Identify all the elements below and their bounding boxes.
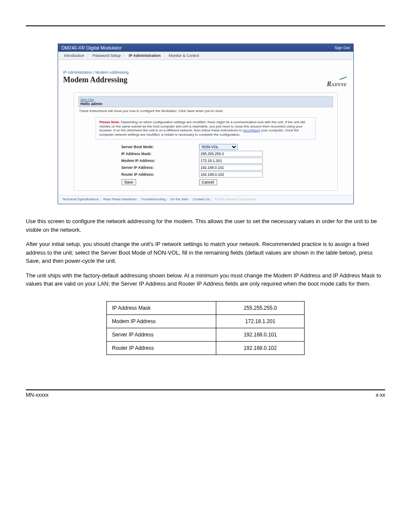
warning-note: Please Note: Depending on which configur…: [96, 117, 316, 140]
note-label: Please Note:: [100, 120, 120, 124]
reconfigure-link[interactable]: reconfigure: [243, 128, 260, 132]
embedded-screenshot: DM240-XR Digital Modulator Sign Out Intr…: [58, 44, 354, 204]
cell-label: IP Address Mask: [107, 301, 216, 314]
hello-bar: Sign Out Hello admin: [78, 96, 333, 107]
label-server-boot-mode: Server Boot Mode:: [121, 145, 199, 149]
cell-label: Modem IP Address: [107, 314, 216, 328]
app-titlebar: DM240-XR Digital Modulator Sign Out: [58, 44, 353, 52]
footer-troubleshooting[interactable]: Troubleshooting: [141, 197, 165, 201]
select-server-boot-mode[interactable]: NON-VOL: [199, 144, 238, 150]
footer-left: MN-xxxxx: [26, 392, 49, 398]
label-modem-ip: Modem IP Address:: [121, 159, 199, 163]
cell-label: Router IP Address: [107, 341, 216, 355]
input-ip-mask[interactable]: [199, 151, 263, 157]
footer-copyright: ©2006 Radyne Corporation: [214, 197, 256, 201]
footer-on-web[interactable]: On the Web: [170, 197, 189, 201]
signout-link[interactable]: Sign Out: [81, 98, 94, 102]
app-footer-links: Technical Specifications| Rear Panel Int…: [58, 195, 353, 204]
cancel-button[interactable]: Cancel: [199, 179, 217, 185]
brand-logo: RADYNE: [327, 80, 348, 88]
app-title: DM240-XR Digital Modulator: [62, 45, 122, 50]
table-row: Modem IP Address 172.18.1.201: [107, 314, 305, 328]
body-para-3: The unit ships with the factory-default …: [26, 271, 385, 288]
breadcrumb[interactable]: IP Administration / Modem Addressing: [63, 70, 129, 75]
tab-password-setup[interactable]: Password Setup: [90, 53, 123, 59]
footer-right: x-xx: [376, 392, 385, 398]
signout-link-top[interactable]: Sign Out: [334, 46, 349, 50]
table-row: IP Address Mask 255.255.255.0: [107, 301, 305, 314]
input-router-ip[interactable]: [199, 171, 263, 177]
defaults-table: IP Address Mask 255.255.255.0 Modem IP A…: [106, 301, 305, 355]
body-para-2: After your initial setup, you should cha…: [26, 240, 385, 265]
greeting-text: Hello admin: [81, 102, 103, 106]
config-panel: Sign Out Hello admin These instructions …: [74, 92, 338, 191]
tab-bar: Introduction| Password Setup| IP Adminis…: [58, 52, 353, 60]
tab-ip-administration[interactable]: IP Administration: [126, 53, 163, 59]
input-modem-ip[interactable]: [199, 158, 263, 164]
page-footer: MN-xxxxx x-xx: [26, 389, 385, 398]
tab-monitor-control[interactable]: Monitor & Control: [166, 53, 202, 59]
instructions-text: These instructions will show you how to …: [78, 107, 333, 115]
body-para-1: Use this screen to configure the network…: [26, 217, 385, 234]
label-ip-mask: IP Address Mask:: [121, 152, 199, 156]
label-server-ip: Server IP Address:: [121, 165, 199, 170]
cell-value: 192.168.0.102: [216, 341, 305, 355]
input-server-ip[interactable]: [199, 165, 263, 171]
cell-value: 255.255.255.0: [216, 301, 305, 314]
save-button[interactable]: Save: [121, 179, 137, 185]
tab-introduction[interactable]: Introduction: [62, 53, 87, 59]
page-title: Modem Addressing: [63, 75, 129, 84]
table-row: Router IP Address 192.168.0.102: [107, 341, 305, 355]
footer-contact[interactable]: Contact Us: [193, 197, 210, 201]
table-row: Server IP Address 192.168.0.101: [107, 328, 305, 341]
footer-rear-panel[interactable]: Rear Panel Interfaces: [103, 197, 137, 201]
cell-label: Server IP Address: [107, 328, 216, 341]
label-router-ip: Router IP Address:: [121, 172, 199, 177]
cell-value: 192.168.0.101: [216, 328, 305, 341]
page-header: User Interfaces Revision X: [26, 17, 385, 26]
document-body: Use this screen to configure the network…: [26, 217, 385, 288]
cell-value: 172.18.1.201: [216, 314, 305, 328]
footer-tech-specs[interactable]: Technical Specifications: [62, 197, 99, 201]
